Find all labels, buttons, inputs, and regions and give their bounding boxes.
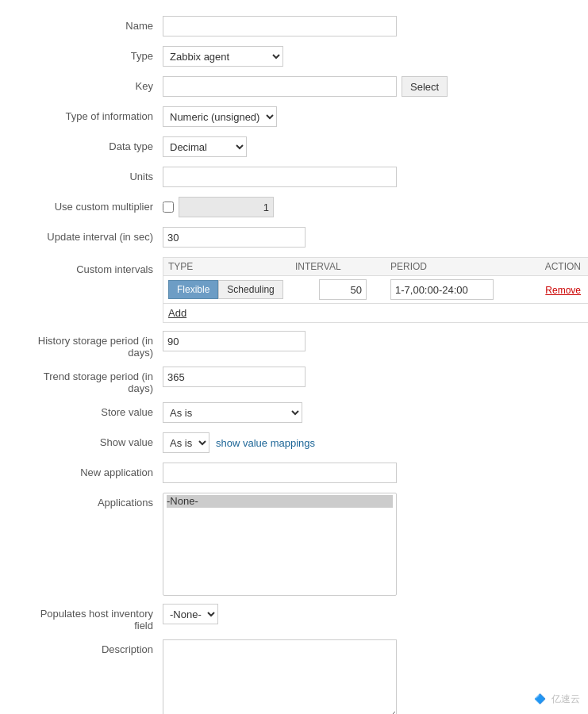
- new-application-input[interactable]: [163, 463, 397, 483]
- ci-footer: Add: [163, 304, 588, 322]
- type-control: Zabbix agent Zabbix agent (active) Simpl…: [163, 46, 564, 67]
- ci-period-header: PERIOD: [390, 261, 525, 272]
- populates-select[interactable]: -None-: [163, 604, 218, 624]
- watermark: 🔷 亿速云: [534, 693, 580, 706]
- select-button[interactable]: Select: [402, 76, 448, 97]
- name-control: [163, 16, 564, 36]
- multiplier-control: [163, 197, 564, 217]
- show-value-select[interactable]: As is: [163, 432, 209, 453]
- history-storage-control: [163, 331, 564, 351]
- watermark-icon: 🔷: [534, 693, 546, 704]
- ci-interval-col: [295, 279, 390, 300]
- scheduling-button[interactable]: Scheduling: [218, 280, 282, 299]
- ci-interval-input[interactable]: [319, 279, 367, 300]
- ci-header: TYPE INTERVAL PERIOD ACTION: [163, 258, 588, 276]
- name-row: Name: [24, 16, 564, 38]
- units-control: [163, 167, 564, 187]
- name-input[interactable]: [163, 16, 397, 36]
- type-row: Type Zabbix agent Zabbix agent (active) …: [24, 46, 564, 68]
- key-control: Select: [163, 76, 564, 97]
- key-row: Key Select: [24, 76, 564, 98]
- update-interval-control: [163, 227, 564, 248]
- units-input[interactable]: [163, 167, 397, 187]
- update-interval-label: Update interval (in sec): [24, 227, 163, 243]
- update-interval-input[interactable]: [163, 227, 306, 248]
- ci-action-col: Remove: [525, 284, 581, 296]
- new-application-control: [163, 463, 564, 483]
- populates-label: Populates host inventory field: [24, 604, 163, 631]
- applications-control: -None-: [163, 493, 564, 596]
- ci-type-buttons-container: Flexible Scheduling: [168, 280, 295, 299]
- ci-period-input[interactable]: [390, 279, 494, 300]
- type-label: Type: [24, 46, 163, 62]
- key-input-row: Select: [163, 76, 448, 97]
- populates-row: Populates host inventory field -None-: [24, 604, 564, 631]
- ci-period-col: [390, 279, 525, 300]
- applications-label: Applications: [24, 493, 163, 509]
- watermark-text: 亿速云: [551, 693, 580, 704]
- key-label: Key: [24, 76, 163, 92]
- data-type-label: Data type: [24, 136, 163, 152]
- multiplier-label: Use custom multiplier: [24, 197, 163, 213]
- store-value-select[interactable]: As is Delta (speed per second) Delta (si…: [163, 402, 302, 423]
- custom-intervals-label: Custom intervals: [24, 257, 163, 275]
- description-textarea[interactable]: [163, 639, 397, 714]
- history-storage-input[interactable]: [163, 331, 306, 351]
- description-control: [163, 639, 564, 714]
- multiplier-value-input[interactable]: [179, 197, 274, 217]
- new-application-row: New application: [24, 463, 564, 485]
- multiplier-row: Use custom multiplier: [24, 197, 564, 219]
- populates-control: -None-: [163, 604, 564, 624]
- add-button[interactable]: Add: [168, 307, 186, 319]
- description-label: Description: [24, 639, 163, 655]
- applications-row: Applications -None-: [24, 493, 564, 596]
- show-value-control: As is show value mappings: [163, 432, 564, 453]
- show-value-mappings-link[interactable]: show value mappings: [216, 437, 315, 449]
- multiplier-checkbox[interactable]: [163, 202, 174, 213]
- type-select[interactable]: Zabbix agent Zabbix agent (active) Simpl…: [163, 46, 283, 67]
- key-input[interactable]: [163, 76, 397, 97]
- store-value-control: As is Delta (speed per second) Delta (si…: [163, 402, 564, 423]
- type-of-info-label: Type of information: [24, 106, 163, 122]
- ci-interval-header: INTERVAL: [295, 261, 390, 272]
- type-of-info-control: Numeric (unsigned) Numeric (float) Chara…: [163, 106, 564, 127]
- trend-storage-control: [163, 367, 564, 387]
- applications-list[interactable]: -None-: [163, 493, 397, 596]
- custom-intervals-control: TYPE INTERVAL PERIOD ACTION Flexible Sch…: [163, 257, 588, 323]
- description-row: Description: [24, 639, 564, 714]
- history-storage-row: History storage period (in days): [24, 331, 564, 359]
- trend-storage-input[interactable]: [163, 367, 306, 387]
- custom-intervals-row: Custom intervals TYPE INTERVAL PERIOD AC…: [24, 257, 564, 323]
- show-value-row: Show value As is show value mappings: [24, 432, 564, 455]
- ci-action-header: ACTION: [525, 261, 581, 272]
- ci-type-header: TYPE: [168, 261, 295, 272]
- multiplier-checkbox-container: [163, 197, 274, 217]
- show-value-label: Show value: [24, 432, 163, 448]
- units-row: Units: [24, 167, 564, 189]
- history-storage-label: History storage period (in days): [24, 331, 163, 359]
- store-value-row: Store value As is Delta (speed per secon…: [24, 402, 564, 424]
- type-of-info-select[interactable]: Numeric (unsigned) Numeric (float) Chara…: [163, 106, 277, 127]
- trend-storage-label: Trend storage period (in days): [24, 367, 163, 394]
- type-of-info-row: Type of information Numeric (unsigned) N…: [24, 106, 564, 129]
- trend-storage-row: Trend storage period (in days): [24, 367, 564, 394]
- new-application-label: New application: [24, 463, 163, 478]
- data-type-select[interactable]: Decimal Octal Hexadecimal Boolean: [163, 136, 247, 157]
- ci-data-row: Flexible Scheduling Remove: [163, 276, 588, 304]
- data-type-control: Decimal Octal Hexadecimal Boolean: [163, 136, 564, 157]
- flexible-button[interactable]: Flexible: [168, 280, 218, 299]
- store-value-label: Store value: [24, 402, 163, 418]
- name-label: Name: [24, 16, 163, 32]
- data-type-row: Data type Decimal Octal Hexadecimal Bool…: [24, 136, 564, 159]
- units-label: Units: [24, 167, 163, 182]
- ci-type-buttons: Flexible Scheduling: [168, 280, 295, 299]
- custom-intervals-table: TYPE INTERVAL PERIOD ACTION Flexible Sch…: [163, 257, 588, 323]
- update-interval-row: Update interval (in sec): [24, 227, 564, 249]
- remove-button[interactable]: Remove: [545, 285, 581, 296]
